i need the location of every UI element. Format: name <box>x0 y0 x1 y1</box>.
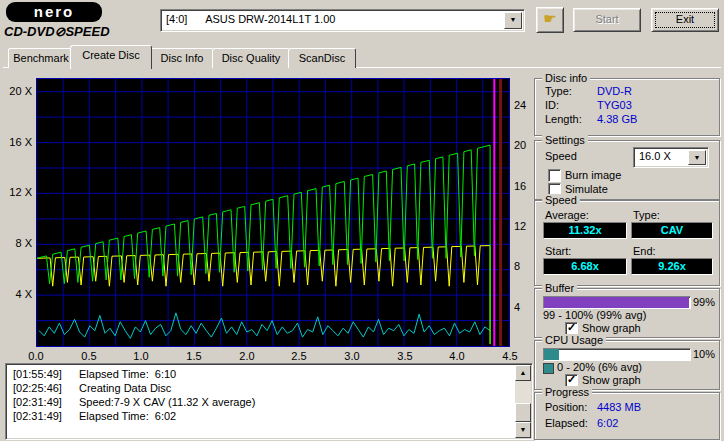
cpu-range-text: 0 - 20% (6% avg) <box>557 361 642 373</box>
disc-info-group: Disc info Type: DVD-R ID: TYG03 Length: … <box>534 78 720 136</box>
select-drive-button[interactable]: ☛ <box>536 7 564 33</box>
log-scrollbar[interactable]: ▲ ▼ <box>515 365 531 438</box>
tab-scandisc[interactable]: ScanDisc <box>288 48 356 68</box>
speed-select-dropdown-button[interactable]: ▼ <box>688 150 706 165</box>
elapsed-value: 6:02 <box>597 417 618 429</box>
settings-title: Settings <box>542 134 588 146</box>
x-axis-tick: 1.0 <box>128 350 154 362</box>
x-axis-tick: 4.0 <box>444 350 470 362</box>
cpu-bar <box>544 349 559 360</box>
hand-icon: ☛ <box>537 8 563 30</box>
y-axis-left-tick: 4 X <box>6 288 32 300</box>
tab-create-disc-label: Create Disc <box>82 49 139 61</box>
disc-id-label: ID: <box>545 99 559 111</box>
y-axis-right-tick: 20 <box>514 139 534 151</box>
disc-type-label: Type: <box>545 85 572 97</box>
log-message: Creating Data Disc <box>79 382 171 394</box>
app-window: nero CD-DVD⊘SPEED [4:0] ASUS DRW-2014L1T… <box>0 0 724 441</box>
speed-type-value: CAV <box>631 222 713 239</box>
y-axis-right-tick: 8 <box>514 260 534 272</box>
cpu-bar-track <box>543 348 691 361</box>
x-axis-tick: 4.5 <box>497 350 523 362</box>
tab-create-disc[interactable]: Create Disc <box>70 45 152 69</box>
position-value: 4483 MB <box>597 401 641 413</box>
drive-select[interactable]: [4:0] ASUS DRW-2014L1T 1.00 ▼ <box>160 9 525 32</box>
chevron-down-icon: ▼ <box>689 151 705 164</box>
tab-disc-info[interactable]: Disc Info <box>150 48 214 68</box>
y-axis-left-tick: 16 X <box>6 136 32 148</box>
tab-scandisc-label: ScanDisc <box>299 52 345 64</box>
y-axis-right-tick: 16 <box>514 180 534 192</box>
burn-image-label: Burn image <box>565 169 621 181</box>
x-axis-tick: 2.5 <box>286 350 312 362</box>
x-axis-tick: 1.5 <box>181 350 207 362</box>
buffer-percent: 99% <box>693 296 715 308</box>
y-axis-left-tick: 12 X <box>6 186 32 198</box>
buffer-bar <box>544 297 689 308</box>
check-icon: ✓ <box>567 373 576 386</box>
log-panel[interactable]: [01:55:49]Elapsed Time: 6:10 [02:25:46]C… <box>5 363 533 440</box>
cpu-series-swatch <box>543 363 554 374</box>
disc-length-value: 4.38 GB <box>597 113 637 125</box>
end-speed-value: 9.26x <box>631 258 713 275</box>
speed-setting-label: Speed <box>545 150 577 162</box>
log-row: [02:31:49]Elapsed Time: 6:02 <box>13 410 532 423</box>
tab-benchmark-label: Benchmark <box>13 52 69 64</box>
disc-length-label: Length: <box>545 113 582 125</box>
start-speed-label: Start: <box>545 245 571 257</box>
average-speed-label: Average: <box>545 209 589 221</box>
cpu-show-graph-label: Show graph <box>582 374 641 386</box>
disc-info-title: Disc info <box>542 72 590 84</box>
disc-type-value: DVD-R <box>597 85 632 97</box>
tab-disc-quality[interactable]: Disc Quality <box>212 48 290 68</box>
log-message: Elapsed Time: 6:10 <box>79 368 176 380</box>
speed-select-value: 16.0 X <box>639 150 671 162</box>
log-message: Elapsed Time: 6:02 <box>79 410 176 422</box>
log-row: [01:55:49]Elapsed Time: 6:10 <box>13 368 532 381</box>
start-speed-value: 6.68x <box>543 258 627 275</box>
y-axis-right-tick: 24 <box>514 99 534 111</box>
tab-benchmark[interactable]: Benchmark <box>8 48 74 68</box>
scroll-down-button[interactable]: ▼ <box>515 422 531 438</box>
x-axis-tick: 3.5 <box>392 350 418 362</box>
chevron-down-icon: ▼ <box>505 13 521 26</box>
burn-image-checkbox[interactable] <box>548 169 561 182</box>
cpu-usage-group: CPU Usage 10% 0 - 20% (6% avg) ✓ Show gr… <box>534 340 720 390</box>
write-speed-chart <box>36 78 510 347</box>
start-button-label: Start <box>574 9 640 29</box>
log-timestamp: [02:31:49] <box>13 396 79 409</box>
speed-group-title: Speed <box>542 194 580 206</box>
drive-select-value: [4:0] ASUS DRW-2014L1T 1.00 <box>166 13 335 25</box>
cpu-percent: 10% <box>693 348 715 360</box>
speed-select[interactable]: 16.0 X ▼ <box>633 147 709 168</box>
x-axis-tick: 2.0 <box>234 350 260 362</box>
drive-select-dropdown-button[interactable]: ▼ <box>504 12 522 29</box>
x-axis-tick: 3.0 <box>339 350 365 362</box>
check-icon: ✓ <box>567 321 576 334</box>
scroll-up-button[interactable]: ▲ <box>515 365 531 381</box>
start-button[interactable]: Start <box>573 8 641 32</box>
position-label: Position: <box>545 401 587 413</box>
progress-group: Progress Position: 4483 MB Elapsed: 6:02 <box>534 392 720 440</box>
buffer-show-graph-label: Show graph <box>582 322 641 334</box>
disc-id-value: TYG03 <box>597 99 632 111</box>
log-message: Speed:7-9 X CAV (11.32 X average) <box>79 396 255 408</box>
elapsed-label: Elapsed: <box>545 417 588 429</box>
progress-title: Progress <box>542 386 592 398</box>
end-speed-label: End: <box>633 245 656 257</box>
exit-button[interactable]: Exit <box>651 8 719 32</box>
nero-product-logo: CD-DVD⊘SPEED <box>4 24 164 39</box>
buffer-bar-track <box>543 296 691 309</box>
log-timestamp: [01:55:49] <box>13 368 79 381</box>
x-axis-tick: 0.0 <box>23 350 49 362</box>
cpu-usage-title: CPU Usage <box>542 334 606 346</box>
buffer-group: Buffer 99% 99 - 100% (99% avg) ✓ Show gr… <box>534 288 720 338</box>
y-axis-left-tick: 8 X <box>6 237 32 249</box>
scrollbar-thumb[interactable] <box>515 403 531 422</box>
buffer-title: Buffer <box>542 282 577 294</box>
arrow-down-icon: ▼ <box>516 423 530 436</box>
y-axis-right-tick: 12 <box>514 220 534 232</box>
x-axis-tick: 0.5 <box>76 350 102 362</box>
log-row: [02:25:46]Creating Data Disc <box>13 382 532 395</box>
log-timestamp: [02:31:49] <box>13 410 79 423</box>
